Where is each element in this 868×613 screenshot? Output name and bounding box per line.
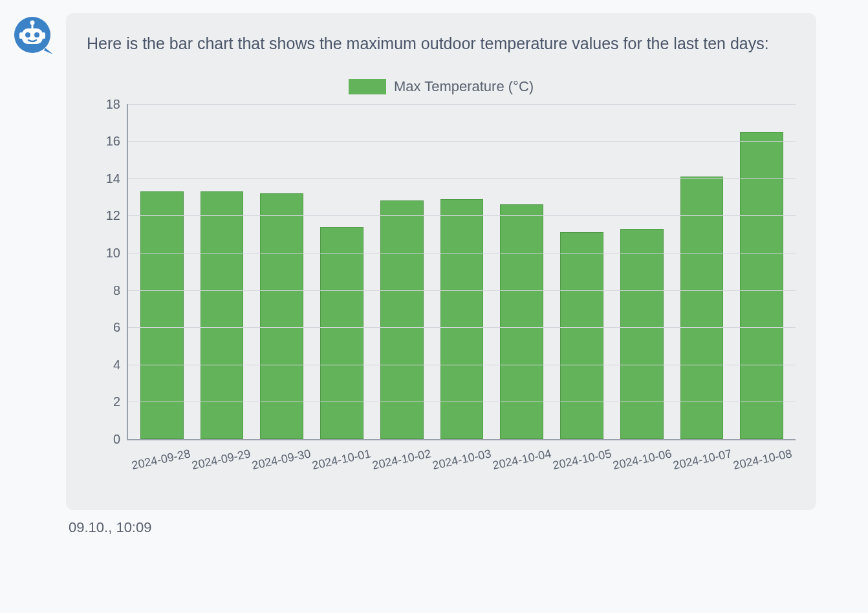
x-tick-label: 2024-10-02 [371, 447, 432, 473]
bar-chart: Max Temperature (°C) 024681012141618 202… [87, 78, 796, 492]
x-tick-label: 2024-10-05 [552, 447, 613, 473]
bar-slot [612, 104, 672, 439]
bar-slot [552, 104, 612, 439]
message-column: Here is the bar chart that shows the max… [66, 13, 816, 536]
y-tick-label: 18 [106, 96, 128, 111]
bar-slot [252, 104, 312, 439]
x-label-slot: 2024-10-07 [671, 440, 732, 492]
y-tick-label: 12 [106, 208, 128, 223]
x-label-slot: 2024-10-06 [611, 440, 671, 492]
message-text: Here is the bar chart that shows the max… [87, 31, 796, 56]
bar-slot [132, 104, 192, 439]
svg-point-3 [34, 32, 39, 38]
bar [320, 227, 363, 439]
grid-line [128, 215, 796, 216]
x-tick-label: 2024-10-06 [611, 447, 672, 473]
bar-slot [372, 104, 432, 439]
chart-legend: Max Temperature (°C) [87, 78, 796, 95]
y-tick-label: 4 [113, 357, 128, 372]
x-tick-label: 2024-10-08 [732, 447, 792, 473]
bar-slot [492, 104, 552, 439]
x-axis-labels: 2024-09-282024-09-292024-09-302024-10-01… [127, 440, 796, 492]
svg-rect-7 [42, 32, 45, 39]
x-label-slot: 2024-10-01 [311, 440, 371, 492]
bot-avatar [13, 16, 54, 57]
bar-slot [672, 104, 732, 439]
bar [440, 199, 484, 439]
x-label-slot: 2024-10-03 [431, 440, 492, 492]
legend-swatch [349, 79, 386, 94]
bar-slot [192, 104, 252, 439]
grid-line [128, 104, 796, 105]
message-bubble: Here is the bar chart that shows the max… [66, 13, 816, 510]
x-tick-label: 2024-09-30 [251, 447, 312, 473]
grid-line [128, 365, 796, 365]
chat-message-row: Here is the bar chart that shows the max… [13, 13, 855, 536]
x-label-slot: 2024-10-04 [491, 440, 551, 492]
y-tick-label: 0 [113, 431, 128, 446]
y-tick-label: 2 [113, 394, 128, 409]
bar-slot [312, 104, 372, 439]
bar-slot [732, 104, 792, 439]
y-tick-label: 8 [113, 283, 128, 297]
x-tick-label: 2024-09-28 [131, 447, 191, 473]
grid-line [128, 290, 796, 291]
robot-icon [13, 16, 54, 57]
x-tick-label: 2024-10-07 [671, 447, 732, 473]
x-tick-label: 2024-10-01 [311, 447, 372, 473]
bars-container [128, 104, 796, 439]
bar [380, 200, 424, 438]
bar [500, 204, 543, 439]
bar-slot [432, 104, 492, 439]
svg-point-2 [25, 32, 30, 38]
grid-line [128, 178, 796, 179]
legend-label: Max Temperature (°C) [394, 78, 534, 95]
grid-line [128, 253, 796, 253]
message-timestamp: 09.10., 10:09 [69, 519, 816, 536]
x-label-slot: 2024-09-28 [131, 440, 191, 492]
x-label-slot: 2024-10-02 [371, 440, 431, 492]
y-tick-label: 6 [113, 320, 128, 335]
plot-area: 024681012141618 [87, 104, 796, 440]
x-tick-label: 2024-10-03 [431, 447, 492, 473]
grid-line [128, 402, 796, 402]
bar [620, 229, 664, 439]
x-label-slot: 2024-09-30 [251, 440, 311, 492]
x-tick-label: 2024-09-29 [191, 447, 252, 473]
x-label-slot: 2024-09-29 [191, 440, 251, 492]
x-label-slot: 2024-10-08 [732, 440, 792, 492]
x-label-slot: 2024-10-05 [551, 440, 611, 492]
y-tick-label: 14 [106, 171, 128, 186]
x-tick-label: 2024-10-04 [492, 447, 552, 473]
plot-inner: 024681012141618 [127, 104, 796, 440]
svg-point-5 [30, 21, 35, 25]
y-tick-label: 16 [106, 134, 128, 149]
grid-line [128, 327, 796, 328]
y-tick-label: 10 [106, 245, 128, 260]
bar [560, 232, 603, 438]
svg-rect-6 [19, 32, 23, 39]
grid-line [128, 141, 796, 142]
